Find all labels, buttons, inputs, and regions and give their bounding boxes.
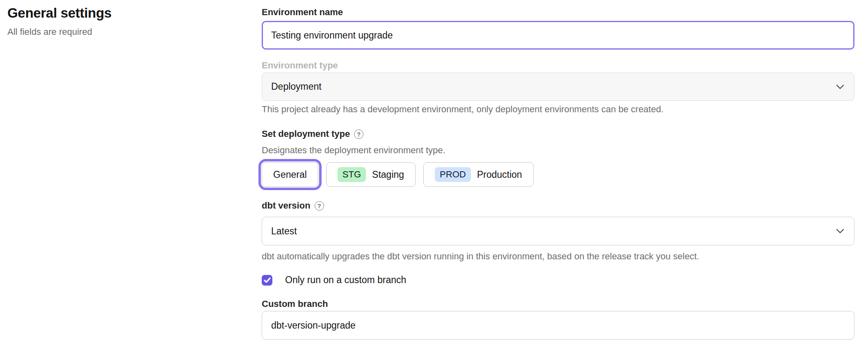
custom-branch-input[interactable] bbox=[262, 311, 854, 340]
settings-header: General settings All fields are required bbox=[7, 5, 112, 38]
page-title: General settings bbox=[7, 5, 112, 21]
chevron-down-icon bbox=[836, 84, 844, 89]
deployment-type-general-button[interactable]: General bbox=[262, 162, 318, 187]
environment-type-select: Deployment bbox=[262, 73, 854, 101]
staging-badge: STG bbox=[338, 167, 366, 182]
dbt-version-select[interactable]: Latest bbox=[262, 217, 854, 245]
production-badge: PROD bbox=[435, 167, 471, 182]
deployment-type-options: General STG Staging PROD Production bbox=[262, 162, 854, 187]
environment-settings-form: Environment name Environment type Deploy… bbox=[262, 0, 854, 354]
custom-branch-checkbox[interactable] bbox=[262, 275, 272, 286]
environment-type-value: Deployment bbox=[271, 81, 322, 92]
environment-type-label: Environment type bbox=[262, 60, 854, 71]
custom-branch-checkbox-label[interactable]: Only run on a custom branch bbox=[285, 275, 406, 286]
help-icon[interactable]: ? bbox=[315, 201, 324, 211]
page-subtitle: All fields are required bbox=[7, 26, 112, 38]
dbt-version-value: Latest bbox=[271, 226, 297, 237]
custom-branch-checkbox-row: Only run on a custom branch bbox=[262, 275, 854, 286]
environment-type-helper: This project already has a development e… bbox=[262, 104, 854, 115]
environment-name-input[interactable] bbox=[262, 21, 854, 50]
deployment-type-helper: Designates the deployment environment ty… bbox=[262, 145, 854, 156]
help-icon[interactable]: ? bbox=[354, 129, 363, 139]
deployment-type-production-button[interactable]: PROD Production bbox=[423, 162, 534, 187]
dbt-version-helper: dbt automatically upgrades the dbt versi… bbox=[262, 251, 854, 262]
checkmark-icon bbox=[264, 277, 271, 283]
chevron-down-icon bbox=[836, 229, 844, 234]
environment-name-label: Environment name bbox=[262, 7, 854, 18]
deployment-type-label: Set deployment type ? bbox=[262, 128, 854, 140]
dbt-version-label: dbt version ? bbox=[262, 200, 854, 211]
custom-branch-label: Custom branch bbox=[262, 298, 854, 310]
deployment-type-staging-button[interactable]: STG Staging bbox=[326, 162, 416, 187]
